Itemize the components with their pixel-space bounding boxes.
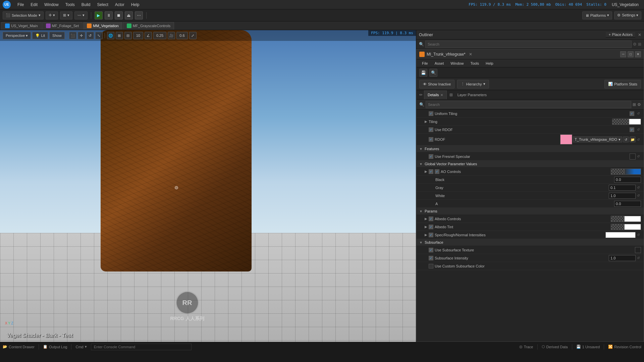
outliner-settings-icon[interactable]: ⚙ bbox=[633, 42, 637, 47]
menu-window[interactable]: Window bbox=[42, 2, 61, 8]
rdof-reset-btn[interactable]: ↺ bbox=[636, 138, 641, 141]
rdof-color-swatch[interactable] bbox=[560, 134, 572, 144]
spec-rough-reset-btn[interactable]: ↺ bbox=[636, 233, 641, 237]
spec-rough-checkbox[interactable] bbox=[429, 233, 433, 237]
lit-btn[interactable]: 💡 Lit bbox=[32, 32, 48, 39]
black-input[interactable]: 0.0 bbox=[614, 177, 641, 183]
pause-btn[interactable]: ⏸ bbox=[105, 11, 113, 19]
fresnel-checkbox[interactable] bbox=[429, 154, 433, 159]
selection-mode-btn[interactable]: ⬛ Selection Mode ▾ bbox=[3, 11, 44, 19]
vp-select-icon-btn[interactable]: ⬛ bbox=[69, 32, 76, 39]
vp-grid2-icon-btn[interactable]: ⊟ bbox=[124, 32, 132, 39]
a-input[interactable]: 0.0 bbox=[614, 201, 641, 207]
vp-translate-icon-btn[interactable]: ✛ bbox=[78, 32, 85, 39]
uniform-tiling-value-checkbox[interactable] bbox=[630, 111, 634, 116]
menu-tools[interactable]: Tools bbox=[63, 2, 77, 8]
surface-btn[interactable]: 〰 ▾ bbox=[74, 11, 88, 19]
mat-browse-btn[interactable]: 🔍 bbox=[429, 69, 437, 77]
tab-details-close[interactable]: ✕ bbox=[440, 93, 443, 97]
show-inactive-btn[interactable]: 👁 Show Inactive bbox=[419, 80, 454, 88]
mat-save-btn[interactable]: 💾 bbox=[419, 69, 427, 77]
outliner-search-input[interactable] bbox=[425, 41, 632, 48]
material-close-btn[interactable]: ✕ bbox=[635, 51, 641, 57]
vp-rotate-icon-btn[interactable]: ↺ bbox=[87, 32, 94, 39]
tiling-color-swatch[interactable] bbox=[612, 119, 641, 125]
vp-cam-icon[interactable]: 🎥 bbox=[168, 32, 175, 39]
outliner-close-btn[interactable]: ✕ bbox=[638, 33, 641, 37]
subsurface-texture-value-box[interactable] bbox=[635, 247, 641, 253]
mat-menu-asset[interactable]: Asset bbox=[432, 61, 447, 66]
menu-build[interactable]: Build bbox=[79, 2, 93, 8]
show-btn[interactable]: Show bbox=[49, 32, 65, 39]
menu-file[interactable]: File bbox=[15, 2, 26, 8]
albedo-controls-expand-btn[interactable]: ▶ bbox=[425, 217, 429, 221]
perspective-btn[interactable]: Perspective ▾ bbox=[3, 32, 31, 39]
stop-btn[interactable]: ⏹ bbox=[115, 11, 123, 19]
details-search-input[interactable] bbox=[426, 101, 631, 108]
rdof-browse-btn[interactable]: ↺ bbox=[623, 136, 629, 142]
vp-snap-value-btn[interactable]: 0.25 bbox=[153, 32, 166, 39]
menu-edit[interactable]: Edit bbox=[28, 2, 40, 8]
spec-rough-swatch[interactable] bbox=[605, 232, 636, 238]
menu-help[interactable]: Help bbox=[128, 2, 142, 8]
section-features[interactable]: ▼ Features bbox=[417, 145, 644, 153]
tab-us-veget-main[interactable]: US_Veget_Main bbox=[1, 22, 42, 29]
content-drawer-btn[interactable]: 📂 Content Drawer bbox=[3, 345, 35, 349]
subsurface-intensity-input[interactable]: 1.0 bbox=[609, 255, 636, 261]
material-title-close-icon[interactable]: ✕ bbox=[469, 52, 472, 57]
snap-btn[interactable]: ⊞ ▾ bbox=[60, 11, 72, 19]
gray-reset-btn[interactable]: ↺ bbox=[636, 186, 641, 189]
settings-label[interactable]: US_Vegetation bbox=[609, 2, 641, 8]
output-log-btn[interactable]: 📋 Output Log bbox=[43, 345, 67, 349]
material-maximize-btn[interactable]: □ bbox=[628, 51, 634, 57]
mat-menu-help[interactable]: Help bbox=[483, 61, 496, 66]
vp-snap-angle-icon[interactable]: ∠ bbox=[145, 32, 152, 39]
settings-btn[interactable]: ⚙ Settings ▾ bbox=[614, 11, 641, 19]
section-global-vector[interactable]: ▼ Global Vector Parameter Values bbox=[417, 161, 644, 168]
subsurface-intensity-checkbox[interactable] bbox=[429, 256, 433, 260]
ao-controls-sub-checkbox[interactable] bbox=[435, 169, 439, 174]
albedo-controls-swatch[interactable] bbox=[611, 216, 641, 222]
section-params[interactable]: ▼ Params bbox=[417, 208, 644, 215]
vp-scale-icon-btn[interactable]: ⤡ bbox=[95, 32, 103, 39]
menu-select[interactable]: Select bbox=[94, 2, 111, 8]
albedo-tint-swatch[interactable] bbox=[611, 224, 641, 230]
ao-controls-expand-btn[interactable]: ▶ bbox=[425, 170, 429, 173]
tiling-expand-btn[interactable]: ▶ bbox=[425, 120, 429, 123]
albedo-controls-checkbox[interactable] bbox=[429, 217, 433, 221]
material-minimize-btn[interactable]: ─ bbox=[620, 51, 626, 57]
fresnel-reset-btn[interactable]: ↺ bbox=[636, 155, 641, 158]
mat-menu-file[interactable]: File bbox=[419, 61, 431, 66]
place-actors-tab[interactable]: + Place Actors bbox=[606, 32, 635, 38]
derived-data-btn[interactable]: ⬡ Derived Data bbox=[542, 345, 568, 349]
ao-controls-checkbox[interactable] bbox=[429, 169, 433, 174]
use-rdof-value-checkbox[interactable] bbox=[630, 127, 634, 132]
tab-mf-grayscale[interactable]: MF_GrayscaleControls bbox=[123, 22, 174, 29]
launch-btn[interactable]: ⋯ bbox=[135, 11, 143, 19]
eject-btn[interactable]: ⏏ bbox=[125, 11, 133, 19]
use-rdof-checkbox[interactable] bbox=[429, 127, 433, 132]
unsaved-btn[interactable]: 💾 1 Unsaved bbox=[576, 345, 600, 349]
mat-menu-window[interactable]: Window bbox=[448, 61, 466, 66]
tab-layer-parameters[interactable]: Layer Parameters bbox=[454, 90, 490, 99]
white-reset-btn[interactable]: ↺ bbox=[636, 194, 641, 197]
vp-maximize-icon-btn[interactable]: ⤢ bbox=[189, 32, 197, 39]
revision-control-btn[interactable]: 🔀 Revision Control bbox=[608, 345, 641, 349]
console-input[interactable] bbox=[91, 344, 192, 350]
ao-controls-swatch[interactable] bbox=[611, 169, 641, 175]
vp-world-icon-btn[interactable]: 🌐 bbox=[107, 32, 114, 39]
details-settings-icon[interactable]: ⚙ bbox=[637, 102, 641, 107]
vp-grid-icon-btn[interactable]: ⊞ bbox=[116, 32, 123, 39]
subsurface-intensity-reset-btn[interactable]: ↺ bbox=[636, 256, 641, 260]
custom-subsurface-color-checkbox[interactable] bbox=[429, 264, 433, 268]
cmd-btn[interactable]: Cmd ▾ bbox=[75, 345, 87, 349]
rdof-checkbox[interactable] bbox=[429, 137, 433, 142]
white-input[interactable]: 1.0 bbox=[609, 193, 636, 199]
albedo-tint-expand-btn[interactable]: ▶ bbox=[425, 225, 429, 229]
gray-input[interactable]: 0.1 bbox=[609, 185, 636, 191]
play-btn[interactable]: ▶ bbox=[95, 11, 103, 19]
hierarchy-btn[interactable]: ⋮ Hierarchy ▾ bbox=[457, 80, 489, 88]
rdof-clear-btn[interactable]: 📁 bbox=[630, 136, 636, 142]
uniform-tiling-reset-btn[interactable]: ↺ bbox=[636, 112, 641, 115]
outliner-grid-icon[interactable]: ⊞ bbox=[638, 42, 641, 47]
